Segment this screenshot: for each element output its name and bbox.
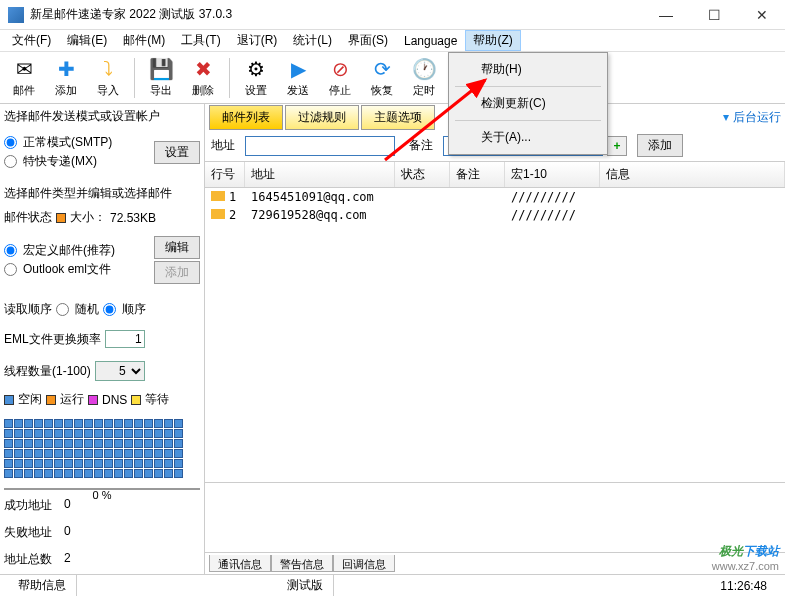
thread-cell xyxy=(174,449,183,458)
import-icon: ⤵ xyxy=(96,57,120,81)
tab-theme[interactable]: 主题选项 xyxy=(361,105,435,130)
thread-cell xyxy=(114,459,123,468)
thread-cell xyxy=(44,419,53,428)
radio-random[interactable]: 随机 xyxy=(56,301,99,318)
thread-cell xyxy=(104,439,113,448)
col-status[interactable]: 状态 xyxy=(395,162,450,187)
play-icon: ▶ xyxy=(286,57,310,81)
thread-cell xyxy=(64,449,73,458)
menu-help[interactable]: 帮助(Z) xyxy=(465,30,520,51)
table-row[interactable]: 2729619528@qq.com///////// xyxy=(205,206,785,224)
thread-cell xyxy=(94,469,103,478)
col-index[interactable]: 行号 xyxy=(205,162,245,187)
menu-tool[interactable]: 工具(T) xyxy=(173,30,228,51)
tool-settings[interactable]: ⚙设置 xyxy=(236,54,276,102)
settings-button[interactable]: 设置 xyxy=(154,141,200,164)
dropdown-separator xyxy=(455,86,601,87)
menu-file[interactable]: 文件(F) xyxy=(4,30,59,51)
menu-mail[interactable]: 邮件(M) xyxy=(115,30,173,51)
thread-cell xyxy=(104,429,113,438)
tool-send[interactable]: ▶发送 xyxy=(278,54,318,102)
thread-cell xyxy=(4,429,13,438)
thread-cell xyxy=(14,469,23,478)
thread-cell xyxy=(154,459,163,468)
thread-cell xyxy=(144,439,153,448)
tool-stop[interactable]: ⊘停止 xyxy=(320,54,360,102)
add-field-button[interactable]: + xyxy=(607,136,627,156)
mail-icon: ✉ xyxy=(12,57,36,81)
dropdown-about[interactable]: 关于(A)... xyxy=(451,123,605,152)
close-button[interactable]: ✕ xyxy=(747,7,777,23)
tool-resume[interactable]: ⟳恢复 xyxy=(362,54,402,102)
thread-cell xyxy=(64,429,73,438)
tab-comm-info[interactable]: 通讯信息 xyxy=(209,555,271,572)
thread-cell xyxy=(44,469,53,478)
thread-cell xyxy=(34,419,43,428)
menu-unsub[interactable]: 退订(R) xyxy=(229,30,286,51)
thread-cell xyxy=(164,429,173,438)
address-input[interactable] xyxy=(245,136,395,156)
table-row[interactable]: 11645451091@qq.com///////// xyxy=(205,188,785,206)
maximize-button[interactable]: ☐ xyxy=(699,7,729,23)
thread-cell xyxy=(94,439,103,448)
tool-delete[interactable]: ✖删除 xyxy=(183,54,223,102)
tool-import[interactable]: ⤵导入 xyxy=(88,54,128,102)
menu-stats[interactable]: 统计(L) xyxy=(285,30,340,51)
threads-select[interactable]: 5 xyxy=(95,361,145,381)
dropdown-separator xyxy=(455,120,601,121)
delete-icon: ✖ xyxy=(191,57,215,81)
add-mail-button[interactable]: 添加 xyxy=(154,261,200,284)
radio-express-mode[interactable]: 特快专递(MX) xyxy=(4,153,150,170)
tool-add[interactable]: ✚添加 xyxy=(46,54,86,102)
table-body[interactable]: 11645451091@qq.com/////////2729619528@qq… xyxy=(205,188,785,482)
col-note[interactable]: 备注 xyxy=(450,162,505,187)
thread-cell xyxy=(84,429,93,438)
tab-return-info[interactable]: 回调信息 xyxy=(333,555,395,572)
thread-cell xyxy=(144,449,153,458)
toolbar-separator xyxy=(134,58,135,98)
status-help: 帮助信息 xyxy=(8,575,77,596)
dropdown-check-update[interactable]: 检测更新(C) xyxy=(451,89,605,118)
thread-cell xyxy=(124,459,133,468)
tool-mail[interactable]: ✉邮件 xyxy=(4,54,44,102)
edit-button[interactable]: 编辑 xyxy=(154,236,200,259)
tool-export[interactable]: 💾导出 xyxy=(141,54,181,102)
thread-cell xyxy=(14,429,23,438)
thread-cell xyxy=(124,449,133,458)
radio-macro-mail[interactable]: 宏定义邮件(推荐) xyxy=(4,242,150,259)
thread-cell xyxy=(164,419,173,428)
eml-rate-input[interactable] xyxy=(105,330,145,348)
thread-cell xyxy=(114,469,123,478)
tool-timer[interactable]: 🕐定时 xyxy=(404,54,444,102)
mail-size-value: 72.53KB xyxy=(110,211,156,225)
thread-cell xyxy=(134,469,143,478)
tab-mail-list[interactable]: 邮件列表 xyxy=(209,105,283,130)
status-version: 测试版 xyxy=(277,575,334,596)
menu-edit[interactable]: 编辑(E) xyxy=(59,30,115,51)
background-run-link[interactable]: ▾后台运行 xyxy=(723,109,781,126)
thread-cell xyxy=(164,449,173,458)
col-macro[interactable]: 宏1-10 xyxy=(505,162,600,187)
tab-filter[interactable]: 过滤规则 xyxy=(285,105,359,130)
dropdown-help[interactable]: 帮助(H) xyxy=(451,55,605,84)
menu-interface[interactable]: 界面(S) xyxy=(340,30,396,51)
menu-language[interactable]: Language xyxy=(396,32,465,50)
radio-sequential[interactable]: 顺序 xyxy=(103,301,146,318)
tab-warn-info[interactable]: 警告信息 xyxy=(271,555,333,572)
thread-cell xyxy=(94,419,103,428)
gear-icon: ⚙ xyxy=(244,57,268,81)
thread-cell xyxy=(14,459,23,468)
thread-cell xyxy=(4,469,13,478)
col-address[interactable]: 地址 xyxy=(245,162,395,187)
thread-cell xyxy=(34,469,43,478)
radio-normal-mode[interactable]: 正常模式(SMTP) xyxy=(4,134,150,151)
add-address-button[interactable]: 添加 xyxy=(637,134,683,157)
thread-cell xyxy=(24,459,33,468)
thread-cell xyxy=(54,429,63,438)
thread-cell xyxy=(24,439,33,448)
col-info[interactable]: 信息 xyxy=(600,162,785,187)
thread-cell xyxy=(34,449,43,458)
minimize-button[interactable]: — xyxy=(651,7,681,23)
radio-outlook-eml[interactable]: Outlook eml文件 xyxy=(4,261,150,278)
thread-cell xyxy=(54,439,63,448)
